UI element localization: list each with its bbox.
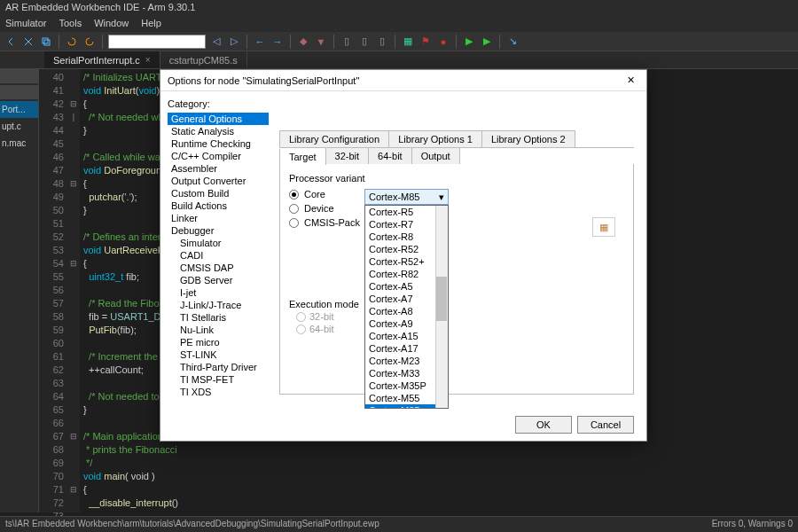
category-item[interactable]: TI MSP-FET (168, 373, 269, 386)
category-item[interactable]: PE micro (168, 336, 269, 348)
category-item[interactable]: CMSIS DAP (168, 262, 269, 274)
processor-variant-label: Processor variant (289, 173, 624, 184)
scissors-icon[interactable] (21, 35, 35, 49)
execution-mode-label: Execution mode (289, 299, 624, 309)
category-item[interactable]: Custom Build (168, 187, 269, 200)
category-item[interactable]: C/C++ Compiler (168, 150, 269, 162)
menu-help[interactable]: Help (141, 18, 161, 30)
main-toolbar: ◁ ▷ ← → ◆ ▼ ▯ ▯ ▯ ▦ ⚑ ● ▶ ▶ ↘ (0, 32, 798, 51)
category-item[interactable]: I-jet (168, 286, 269, 299)
sidebar-item-mac[interactable]: n.mac (0, 135, 38, 152)
status-path: ts\IAR Embedded Workbench\arm\tutorials\… (5, 519, 379, 530)
tab-serialportinterrupt[interactable]: SerialPortInterrupt.c× (44, 51, 160, 68)
prev-icon[interactable]: ◁ (209, 35, 223, 49)
nav-fwd-icon[interactable]: → (270, 35, 285, 49)
category-item[interactable]: Simulator (168, 237, 269, 249)
options-dialog: Options for node "SimulatingSerialPortIn… (160, 69, 647, 442)
window-title: AR Embedded Workbench IDE - Arm 9.30.1 (0, 0, 798, 16)
options-tab[interactable]: 64-bit (368, 148, 412, 164)
radio-64bit (296, 325, 306, 334)
step-icon[interactable]: ↘ (505, 35, 520, 49)
status-bar: ts\IAR Embedded Workbench\arm\tutorials\… (0, 516, 798, 532)
category-item[interactable]: Output Converter (168, 175, 269, 187)
chevron-down-icon: ▾ (439, 192, 444, 203)
options-tab[interactable]: Library Options 2 (481, 130, 575, 147)
ok-button[interactable]: OK (515, 416, 572, 434)
editor-tabs: SerialPortInterrupt.c× cstartupCM85.s (0, 51, 798, 69)
line-gutter: 4041424344454647484950515253545556575859… (39, 69, 67, 512)
stop-icon[interactable]: ● (436, 35, 450, 49)
next-icon[interactable]: ▷ (227, 35, 241, 49)
project-sidebar: Port... upt.c n.mac (0, 69, 39, 512)
svg-rect-1 (44, 40, 50, 45)
menu-tools[interactable]: Tools (59, 18, 82, 30)
doc1-icon[interactable]: ▯ (340, 35, 354, 49)
sidebar-item-port[interactable]: Port... (0, 101, 38, 118)
bars-icon[interactable]: ▦ (401, 35, 415, 49)
menu-bar: Simulator Tools Window Help (0, 16, 798, 32)
category-item[interactable]: Debugger (168, 224, 269, 237)
options-tab[interactable]: Library Options 1 (388, 130, 482, 147)
core-dropdown[interactable]: Cortex-R5Cortex-R7Cortex-R8Cortex-R52Cor… (364, 205, 449, 409)
nav-back-icon[interactable]: ← (253, 35, 267, 49)
options-tab[interactable]: 32-bit (325, 148, 370, 164)
category-list[interactable]: General OptionsStatic AnalysisRuntime Ch… (168, 113, 269, 398)
play2-icon[interactable]: ▶ (480, 35, 494, 49)
category-item[interactable]: CADI (168, 249, 269, 262)
status-errors: Errors 0, Warnings 0 (712, 519, 793, 530)
close-icon[interactable]: × (145, 55, 151, 65)
bookmark-icon[interactable]: ◆ (296, 35, 310, 49)
options-tabs-row1: Library ConfigurationLibrary Options 1Li… (279, 130, 634, 148)
browse-chip-icon[interactable]: ▦ (592, 217, 615, 237)
redo-icon[interactable] (82, 35, 97, 49)
options-tab[interactable]: Output (411, 148, 460, 164)
dialog-title: Options for node "SimulatingSerialPortIn… (168, 75, 359, 86)
category-item[interactable]: GDB Server (168, 274, 269, 286)
refresh-icon[interactable] (65, 35, 79, 49)
svg-rect-0 (43, 38, 48, 43)
doc2-icon[interactable]: ▯ (357, 35, 372, 49)
core-combo[interactable]: Cortex-M85 ▾ (364, 189, 449, 205)
cancel-button[interactable]: Cancel (577, 416, 634, 434)
category-item[interactable]: Third-Party Driver (168, 361, 269, 373)
scrollbar[interactable] (435, 206, 448, 408)
radio-device[interactable] (289, 204, 299, 214)
options-tab[interactable]: Target (279, 149, 326, 165)
category-item[interactable]: Linker (168, 212, 269, 224)
search-combo[interactable] (108, 35, 206, 49)
category-label: Category: (168, 98, 269, 109)
category-item[interactable]: J-Link/J-Trace (168, 299, 269, 311)
category-item[interactable]: ST-LINK (168, 348, 269, 361)
options-tabs-row2: Target32-bit64-bitOutput (279, 148, 634, 164)
doc3-icon[interactable]: ▯ (375, 35, 389, 49)
play-icon[interactable]: ▶ (462, 35, 476, 49)
back-icon[interactable] (4, 35, 18, 49)
tab-cstartup[interactable]: cstartupCM85.s (160, 51, 247, 68)
sidebar-item-upt[interactable]: upt.c (0, 118, 38, 135)
options-tab[interactable]: Library Configuration (279, 130, 389, 147)
radio-cmsis[interactable] (289, 218, 299, 228)
close-icon[interactable]: ✕ (622, 74, 639, 86)
menu-window[interactable]: Window (94, 18, 129, 30)
radio-32bit (296, 312, 306, 322)
fold-gutter[interactable]: ⊟|⊟⊟⊟⊟⊟ (67, 69, 80, 512)
radio-core[interactable] (289, 190, 299, 200)
shield-icon[interactable]: ▼ (314, 35, 328, 49)
category-item[interactable]: TI XDS (168, 386, 269, 398)
category-item[interactable]: Runtime Checking (168, 137, 269, 150)
category-item[interactable]: General Options (168, 113, 269, 125)
category-item[interactable]: Build Actions (168, 200, 269, 212)
category-item[interactable]: TI Stellaris (168, 311, 269, 324)
flag-icon[interactable]: ⚑ (419, 35, 433, 49)
category-item[interactable]: Static Analysis (168, 125, 269, 137)
target-panel: Processor variant Core Device CMSIS-Pack… (279, 164, 634, 395)
category-item[interactable]: Assembler (168, 162, 269, 175)
copy-icon[interactable] (39, 35, 53, 49)
menu-simulator[interactable]: Simulator (5, 18, 46, 30)
category-item[interactable]: Nu-Link (168, 324, 269, 336)
